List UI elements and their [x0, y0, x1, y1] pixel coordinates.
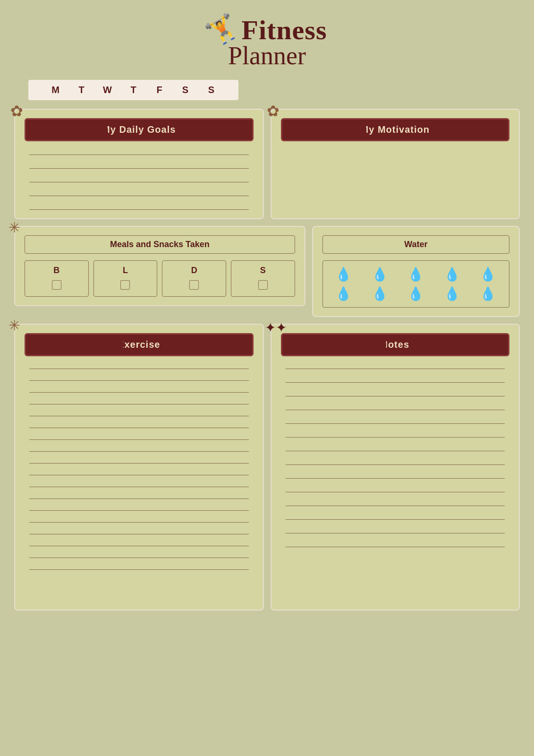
day-thu: T — [120, 85, 146, 95]
ex-line-13 — [29, 510, 249, 511]
water-panel: Water 💧 💧 💧 💧 💧 💧 💧 💧 💧 💧 — [312, 226, 520, 317]
day-mon: M — [42, 85, 68, 95]
ex-line-5 — [29, 416, 249, 416]
meal-checkbox-d[interactable] — [189, 280, 199, 290]
motivation-panel: ✿ My Motivation — [271, 109, 520, 219]
notes-line-13 — [286, 533, 505, 533]
goal-line-3 — [29, 182, 249, 182]
exercise-header: Exercise — [25, 333, 254, 356]
daily-goals-panel: ✿ My Daily Goals — [14, 109, 264, 219]
planner-title: Planner — [228, 41, 306, 70]
notes-line-11 — [286, 506, 505, 506]
drop-8[interactable]: 💧 — [407, 286, 424, 301]
goal-line-2 — [29, 168, 249, 169]
drop-4[interactable]: 💧 — [444, 266, 460, 282]
water-drops: 💧 💧 💧 💧 💧 💧 💧 💧 💧 💧 — [322, 260, 509, 308]
drop-9[interactable]: 💧 — [444, 286, 460, 301]
notes-header: Notes — [281, 333, 510, 356]
motivation-header: My Motivation — [281, 118, 510, 141]
ex-line-17 — [29, 558, 249, 558]
drop-10[interactable]: 💧 — [480, 286, 496, 301]
ex-line-14 — [29, 522, 249, 523]
days-row: M T W T F S S — [28, 80, 238, 100]
notes-line-8 — [286, 464, 505, 465]
daily-goals-header: My Daily Goals — [25, 118, 254, 141]
notes-line-14 — [286, 547, 505, 547]
ex-line-3 — [29, 392, 249, 393]
ex-line-9 — [29, 463, 249, 464]
meal-letter-b: B — [53, 266, 59, 275]
day-sun: S — [198, 85, 224, 95]
notes-line-5 — [286, 423, 505, 424]
meals-header: Meals and Snacks Taken — [25, 235, 295, 254]
ex-line-1 — [29, 369, 249, 369]
row-goals-motivation: ✿ My Daily Goals ✿ My Motivation — [14, 109, 520, 219]
notes-panel: ✦✦ Notes — [271, 324, 520, 610]
page-header: 🏋 Fitness Planner — [207, 14, 327, 70]
ex-line-8 — [29, 451, 249, 452]
meal-boxes-row: B L D S — [25, 260, 295, 297]
notes-line-4 — [286, 410, 505, 410]
notes-lines — [281, 365, 510, 601]
ex-line-12 — [29, 498, 249, 499]
daily-goals-lines — [25, 150, 254, 210]
ex-line-6 — [29, 428, 249, 428]
goal-line-4 — [29, 196, 249, 196]
main-content: ✿ My Daily Goals ✿ My Motivation ✳ Meals… — [14, 109, 520, 610]
ex-line-16 — [29, 546, 249, 546]
exercise-lines — [25, 365, 254, 570]
ex-line-11 — [29, 487, 249, 487]
ex-line-18 — [29, 569, 249, 570]
row-exercise-notes: ✳ Exercise — [14, 324, 520, 610]
drop-5[interactable]: 💧 — [480, 266, 496, 282]
meal-box-l: L — [93, 260, 158, 297]
drop-6[interactable]: 💧 — [335, 286, 352, 301]
notes-line-7 — [286, 451, 505, 451]
sunburst-icon-meals: ✳ — [8, 219, 20, 236]
meal-box-b: B — [25, 260, 89, 297]
exercise-panel: ✳ Exercise — [14, 324, 264, 610]
meal-letter-l: L — [123, 266, 128, 275]
meal-checkbox-l[interactable] — [120, 280, 130, 290]
ex-line-4 — [29, 404, 249, 404]
ex-line-15 — [29, 534, 249, 534]
meal-checkbox-s[interactable] — [258, 280, 268, 290]
flower-icon-motivation: ✿ — [267, 102, 280, 120]
notes-line-3 — [286, 396, 505, 396]
meal-box-d: D — [162, 260, 226, 297]
meals-panel: ✳ Meals and Snacks Taken B L D S — [14, 226, 305, 306]
goal-line-5 — [29, 209, 249, 210]
notes-line-9 — [286, 478, 505, 479]
goal-line-1 — [29, 155, 249, 155]
drop-7[interactable]: 💧 — [372, 286, 388, 301]
day-fri: F — [146, 85, 172, 95]
day-wed: W — [94, 85, 120, 95]
ex-line-2 — [29, 380, 249, 381]
sunburst-icon-exercise: ✳ — [8, 317, 20, 334]
meal-checkbox-b[interactable] — [52, 280, 61, 290]
notes-line-6 — [286, 437, 505, 438]
drop-1[interactable]: 💧 — [335, 266, 352, 282]
water-header: Water — [322, 235, 509, 254]
ex-line-7 — [29, 439, 249, 440]
day-sat: S — [172, 85, 198, 95]
notes-line-10 — [286, 492, 505, 492]
drop-2[interactable]: 💧 — [372, 266, 388, 282]
row-meals-water: ✳ Meals and Snacks Taken B L D S — [14, 226, 520, 317]
notes-line-2 — [286, 382, 505, 383]
meal-box-s: S — [231, 260, 295, 297]
meal-letter-s: S — [260, 266, 266, 275]
day-tue: T — [68, 85, 94, 95]
meal-letter-d: D — [191, 266, 197, 275]
notes-line-12 — [286, 519, 505, 520]
flower-icon-goals: ✿ — [10, 102, 23, 120]
notes-line-1 — [286, 369, 505, 369]
ex-line-10 — [29, 475, 249, 475]
drop-3[interactable]: 💧 — [407, 266, 424, 282]
